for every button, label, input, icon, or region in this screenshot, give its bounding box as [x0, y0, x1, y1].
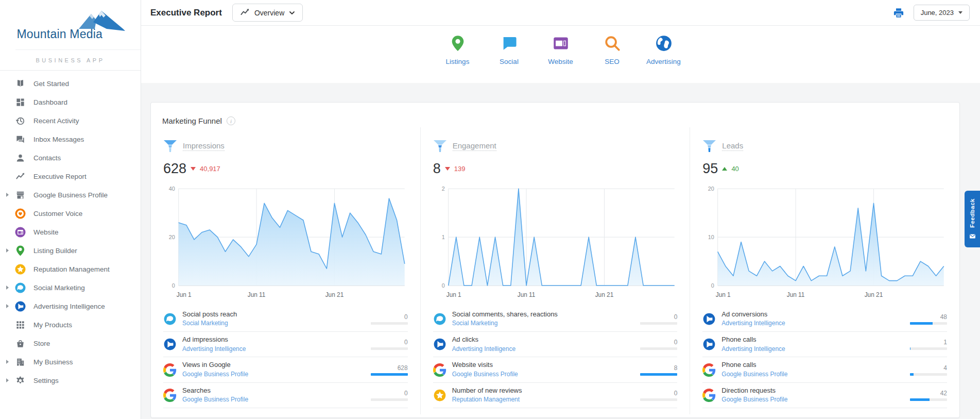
- sidebar-item-settings[interactable]: Settings: [0, 371, 141, 390]
- metric-source-link[interactable]: Google Business Profile: [721, 371, 787, 378]
- topbar-actions: June, 2023: [893, 5, 970, 21]
- product-nav-seo[interactable]: SEO: [590, 32, 634, 83]
- sidebar-item-listing-builder[interactable]: Listing Builder: [0, 241, 141, 260]
- advertising-icon: [655, 45, 673, 54]
- chevron-right-icon[interactable]: [4, 248, 11, 253]
- leads-area-chart: 01020Jun 1Jun 11Jun 21: [702, 181, 947, 304]
- metric-source-link[interactable]: Google Business Profile: [182, 396, 248, 403]
- sidebar-item-executive-report[interactable]: Executive Report: [0, 167, 141, 186]
- metric-source-link[interactable]: Advertising Intelligence: [452, 345, 515, 353]
- google-icon: [163, 363, 177, 377]
- main-area: Executive Report Overview June, 2023 Lis…: [141, 0, 980, 418]
- sidebar-item-website[interactable]: Website: [0, 223, 141, 241]
- metric-labels: Phone callsGoogle Business Profile: [721, 361, 910, 378]
- metric-name: Ad conversions: [721, 310, 910, 318]
- inbox-messages-icon: [14, 133, 26, 145]
- sidebar-item-inbox-messages[interactable]: Inbox Messages: [0, 130, 141, 148]
- metric-row-ad-conversions: Ad conversionsAdvertising Intelligence48: [702, 307, 947, 332]
- product-nav-advertising[interactable]: Advertising: [642, 32, 686, 83]
- sidebar-item-store[interactable]: Store: [0, 334, 141, 353]
- metric-source-link[interactable]: Advertising Intelligence: [721, 320, 785, 327]
- chevron-right-icon[interactable]: [4, 360, 11, 364]
- product-nav-website[interactable]: Website: [539, 32, 583, 83]
- product-nav-listings[interactable]: Listings: [436, 32, 480, 83]
- metric-row-ad-impressions: Ad impressionsAdvertising Intelligence0: [163, 332, 408, 357]
- google-icon: [433, 363, 446, 377]
- chevron-right-icon[interactable]: [4, 304, 11, 308]
- funnel-metric-title-engagement[interactable]: Engagement: [453, 141, 496, 151]
- metric-value: 48: [910, 313, 947, 321]
- metric-source-link[interactable]: Google Business Profile: [182, 371, 248, 378]
- metric-labels: Views in GoogleGoogle Business Profile: [182, 361, 371, 378]
- metric-row-website-visits: Website visitsGoogle Business Profile8: [433, 357, 678, 382]
- metric-source-link[interactable]: Google Business Profile: [721, 396, 787, 403]
- metric-name: Social comments, shares, reactions: [452, 310, 641, 318]
- date-range-dropdown[interactable]: June, 2023: [914, 5, 970, 21]
- settings-icon: [14, 375, 26, 387]
- metric-source-link[interactable]: Social Marketing: [452, 320, 498, 327]
- sidebar-item-contacts[interactable]: Contacts: [0, 148, 141, 167]
- sidebar-item-my-business[interactable]: My Business: [0, 353, 141, 371]
- sidebar-item-advertising-intelligence[interactable]: Advertising Intelligence: [0, 297, 141, 315]
- funnel-metric-title-impressions[interactable]: Impressions: [183, 141, 225, 151]
- my-products-icon: [14, 319, 26, 331]
- metric-source-link[interactable]: Social Marketing: [182, 320, 228, 327]
- metric-value: 0: [371, 313, 408, 321]
- sidebar-item-label: Settings: [33, 377, 59, 384]
- sidebar-item-label: Website: [33, 228, 59, 236]
- metric-bar: [640, 322, 677, 325]
- metric-row-direction-requests: Direction requestsGoogle Business Profil…: [702, 383, 947, 408]
- website-app-icon: [14, 226, 26, 238]
- metric-labels: Social comments, shares, reactionsSocial…: [452, 310, 641, 328]
- chevron-right-icon[interactable]: [4, 286, 11, 290]
- sidebar-item-google-business-profile[interactable]: Google Business Profile: [0, 186, 141, 204]
- chevron-right-icon[interactable]: [4, 193, 11, 197]
- product-nav-label: Advertising: [642, 58, 686, 65]
- svg-text:Jun 11: Jun 11: [787, 291, 805, 298]
- svg-text:Jun 21: Jun 21: [865, 291, 883, 298]
- sidebar-item-label: Google Business Profile: [33, 191, 108, 199]
- sidebar-item-label: Get Started: [33, 80, 69, 88]
- funnel-metric-header: Leads: [702, 140, 947, 153]
- metric-source-link[interactable]: Reputation Management: [452, 396, 520, 403]
- social-marketing-icon: [14, 282, 26, 294]
- sidebar-item-get-started[interactable]: Get Started: [0, 74, 141, 93]
- funnel-icon: [163, 140, 177, 153]
- metric-bar: [910, 398, 947, 401]
- funnel-columns: Impressions62840,91702040Jun 1Jun 11Jun …: [151, 127, 959, 414]
- print-button[interactable]: [893, 7, 904, 19]
- metric-source-link[interactable]: Advertising Intelligence: [182, 345, 246, 353]
- metric-name: Ad clicks: [452, 336, 641, 343]
- sidebar-item-dashboard[interactable]: Dashboard: [0, 93, 141, 111]
- metric-value-block: 0: [640, 390, 677, 401]
- svg-text:0: 0: [441, 282, 444, 289]
- chevron-right-icon[interactable]: [4, 378, 11, 382]
- metric-labels: Phone callsAdvertising Intelligence: [721, 336, 910, 353]
- product-nav-social[interactable]: Social: [487, 32, 531, 83]
- metric-source-link[interactable]: Advertising Intelligence: [721, 345, 785, 353]
- feedback-tab[interactable]: Feedback: [965, 191, 980, 247]
- sidebar-item-my-products[interactable]: My Products: [0, 315, 141, 334]
- sidebar-item-social-marketing[interactable]: Social Marketing: [0, 278, 141, 297]
- metric-source-link[interactable]: Google Business Profile: [452, 371, 518, 378]
- store-icon: [14, 338, 26, 349]
- sidebar-item-label: Contacts: [33, 154, 61, 162]
- funnel-column-leads: Leads954001020Jun 1Jun 11Jun 21Ad conver…: [690, 127, 959, 414]
- funnel-metric-header: Impressions: [163, 140, 408, 153]
- sidebar-item-customer-voice[interactable]: Customer Voice: [0, 204, 141, 223]
- my-business-icon: [14, 356, 26, 368]
- report-view-dropdown[interactable]: Overview: [232, 4, 303, 22]
- funnel-metric-title-leads[interactable]: Leads: [722, 141, 743, 151]
- card-title: Marketing Funnel: [162, 116, 222, 125]
- sidebar-item-recent-activity[interactable]: Recent Activity: [0, 111, 141, 130]
- metric-name: Social posts reach: [182, 310, 371, 318]
- info-icon[interactable]: i: [227, 116, 235, 125]
- sidebar-item-label: My Business: [33, 358, 73, 366]
- reputation-management-icon: [433, 389, 446, 402]
- sidebar-item-label: My Products: [33, 321, 72, 329]
- sidebar-item-reputation-management[interactable]: Reputation Management: [0, 260, 141, 278]
- funnel-icon: [702, 140, 716, 153]
- metric-labels: Direction requestsGoogle Business Profil…: [721, 387, 910, 404]
- svg-text:0: 0: [711, 282, 714, 289]
- metric-bar: [640, 373, 677, 376]
